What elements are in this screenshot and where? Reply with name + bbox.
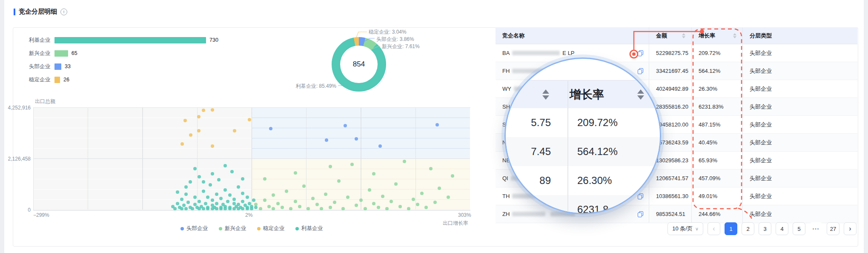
- scatter-dot-新兴企业: [329, 206, 332, 209]
- info-circle-icon[interactable]: !: [60, 9, 67, 15]
- legend-label: 稳定企业: [263, 225, 284, 232]
- chevron-down-icon: ∨: [695, 226, 699, 232]
- next-page-button[interactable]: ›: [844, 222, 857, 235]
- growth-cell: 457.09%: [691, 170, 742, 187]
- growth-cell: 40.45%: [691, 134, 742, 151]
- scatter-dot-利基企业: [219, 207, 223, 210]
- scatter-dot-稳定企业: [180, 142, 184, 146]
- scatter-dot-新兴企业: [311, 197, 315, 200]
- scatter-dot-新兴企业: [390, 200, 393, 203]
- scatter-dot-稳定企业: [202, 109, 205, 112]
- scatter-dot-利基企业: [219, 197, 223, 200]
- column-header-3[interactable]: 增长率: [691, 27, 742, 44]
- scatter-dot-利基企业: [241, 177, 244, 181]
- scatter-dot-利基企业: [226, 200, 229, 203]
- page-button-27[interactable]: 27: [827, 222, 839, 235]
- donut-label-stable: 稳定企业: 3.04%: [369, 29, 407, 36]
- y-tick-zero: 0: [0, 207, 31, 213]
- magnified-growth-value: 564.12%: [557, 146, 618, 158]
- legend-item-利基企业[interactable]: 利基企业: [295, 225, 323, 232]
- scatter-dot-利基企业: [211, 198, 214, 202]
- scatter-dot-利基企业: [184, 207, 188, 210]
- page-right-gutter: [864, 0, 868, 253]
- legend-item-头部企业[interactable]: 头部企业: [180, 225, 208, 232]
- scatter-dot-利基企业: [176, 202, 179, 205]
- x-tick-max: 303%: [458, 212, 471, 218]
- scatter-dot-新兴企业: [372, 202, 375, 205]
- donut-label-emerging: 新兴企业: 7.61%: [382, 43, 420, 50]
- scatter-dot-利基企业: [189, 180, 192, 184]
- page-button-2[interactable]: 2: [742, 222, 754, 235]
- scatter-dot-头部企业: [378, 144, 382, 148]
- layer-type-cell: 头部企业: [742, 152, 857, 169]
- magnifier-row: 5.75209.72%: [504, 108, 661, 138]
- scatter-dot-利基企业: [230, 170, 234, 173]
- scatter-dot-头部企业: [355, 137, 358, 141]
- scatter-dot-利基企业: [202, 190, 205, 193]
- column-header-label: 分层类型: [750, 32, 772, 40]
- scatter-dot-稳定企业: [189, 133, 192, 137]
- bar-value-label: 26: [63, 77, 69, 83]
- scatter-dot-利基企业: [211, 172, 214, 175]
- scatter-dot-利基企业: [232, 198, 236, 201]
- bar-row-4: 稳定企业26: [9, 76, 307, 83]
- scatter-dot-新兴企业: [285, 190, 288, 193]
- page-size-selector[interactable]: 10 条/页∨: [667, 222, 703, 235]
- copy-icon[interactable]: [638, 193, 643, 199]
- scatter-dot-新兴企业: [377, 206, 380, 209]
- scatter-dot-新兴企业: [359, 198, 363, 202]
- scatter-dot-头部企业: [269, 127, 272, 130]
- scatter-dot-利基企业: [241, 192, 244, 195]
- scatter-dot-稳定企业: [211, 144, 214, 148]
- magnified-growth-value: 26.30%: [557, 175, 612, 187]
- copy-icon[interactable]: [638, 50, 643, 56]
- page-button-5[interactable]: 5: [793, 222, 805, 235]
- scatter-dot-新兴企业: [416, 203, 419, 206]
- scatter-dot-利基企业: [217, 178, 221, 181]
- sort-icon[interactable]: [733, 33, 736, 38]
- legend-item-稳定企业[interactable]: 稳定企业: [257, 225, 284, 232]
- bar-value-label: 33: [65, 63, 71, 69]
- bar-row-2: 新兴企业65: [9, 50, 307, 57]
- x-tick-min: −299%: [33, 212, 49, 218]
- copy-icon[interactable]: [638, 68, 643, 74]
- scatter-dot-利基企业: [206, 196, 209, 199]
- scatter-dot-新兴企业: [263, 198, 266, 202]
- scatter-dot-利基企业: [204, 202, 207, 205]
- scatter-dot-头部企业: [325, 138, 328, 142]
- column-header-2[interactable]: 金额: [649, 27, 691, 44]
- legend-dot: [180, 227, 184, 230]
- scatter-dot-新兴企业: [451, 174, 454, 178]
- page-button-1[interactable]: 1: [725, 222, 737, 235]
- scatter-dot-稳定企业: [233, 129, 236, 132]
- legend-dot: [219, 227, 222, 230]
- magnifier-column-divider: [567, 80, 568, 214]
- scatter-dot-利基企业: [241, 207, 244, 210]
- magnifier-row: 8926.30%: [504, 166, 661, 196]
- page-button-4[interactable]: 4: [776, 222, 788, 235]
- prev-page-button[interactable]: ‹: [708, 222, 720, 235]
- company-name-prefix: ZH: [502, 211, 510, 217]
- scatter-dot-利基企业: [223, 164, 227, 167]
- scatter-dot-头部企业: [344, 124, 347, 127]
- sort-icon[interactable]: [682, 33, 685, 38]
- scatter-dot-新兴企业: [398, 205, 402, 208]
- growth-cell: 49.01%: [691, 187, 742, 205]
- bar-category-label: 利基企业: [9, 37, 50, 44]
- legend-item-新兴企业[interactable]: 新兴企业: [219, 225, 246, 232]
- scatter-dot-新兴企业: [403, 160, 406, 163]
- amount-cell: 40249492.89: [649, 80, 691, 98]
- scatter-dot-新兴企业: [307, 207, 310, 210]
- scatter-dot-新兴企业: [337, 179, 341, 183]
- scatter-dot-新兴企业: [272, 193, 275, 197]
- scatter-plot: [33, 107, 470, 210]
- scatter-dot-新兴企业: [263, 177, 266, 181]
- scatter-dot-新兴企业: [276, 202, 280, 205]
- growth-cell: 65.93%: [691, 152, 742, 169]
- page-button-3[interactable]: 3: [759, 222, 771, 235]
- company-name-prefix: QI: [502, 175, 508, 181]
- scatter-dot-新兴企业: [355, 204, 358, 207]
- copy-icon[interactable]: [638, 211, 643, 217]
- legend-dot: [295, 227, 299, 230]
- magnified-amount-tail: 5.75: [504, 117, 557, 129]
